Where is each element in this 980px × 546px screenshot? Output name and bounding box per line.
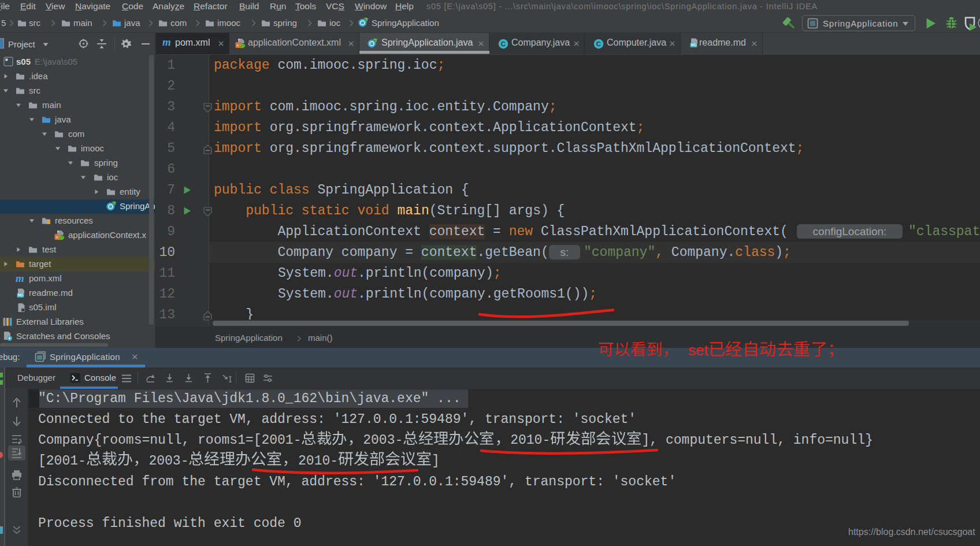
svg-text:<: <	[55, 235, 58, 239]
svg-text:<: <	[236, 43, 239, 47]
svg-text:MD: MD	[691, 43, 696, 47]
svg-text:C: C	[596, 40, 601, 47]
svg-text:MD: MD	[17, 293, 23, 297]
svg-text:C: C	[501, 40, 506, 47]
